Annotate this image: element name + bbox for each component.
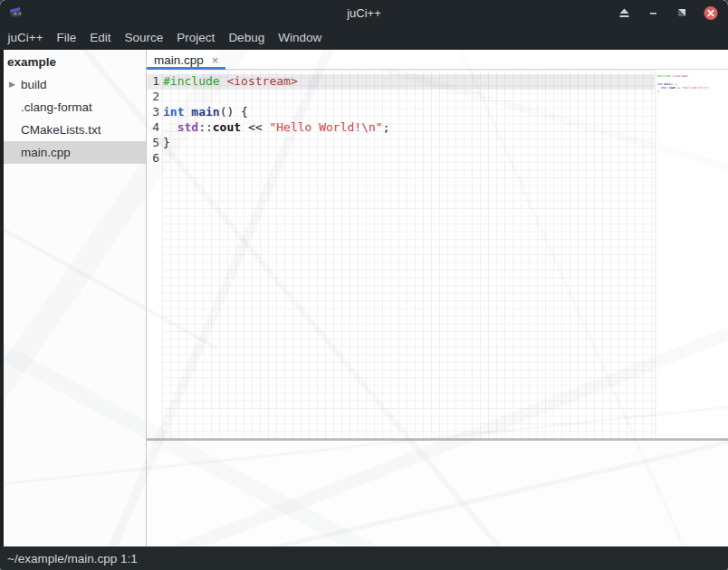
code-line: std::cout << "Hello World!\n"; [163, 120, 389, 136]
file-tree-panel: example ▶build.clang-formatCMakeLists.tx… [4, 50, 146, 546]
menu-item-source[interactable]: Source [118, 25, 170, 50]
svg-text:++: ++ [13, 10, 23, 17]
code-text[interactable]: #include <iostream> int main() { std::co… [163, 74, 389, 166]
menu-item-edit[interactable]: Edit [83, 25, 118, 50]
status-bar: ~/example/main.cpp 1:1 [0, 546, 728, 570]
tree-item-label: main.cpp [21, 146, 71, 159]
tab-label: main.cpp [154, 53, 204, 67]
tab-bar: main.cpp × [147, 50, 728, 70]
minimap-code: #include <iostream> int main() { std::co… [657, 74, 724, 98]
restore-icon [676, 7, 687, 18]
tree-item-label: build [21, 78, 47, 91]
tree-item--clang-format[interactable]: .clang-format [4, 96, 146, 119]
restore-button[interactable] [675, 5, 689, 20]
tab-close-icon[interactable]: × [212, 54, 219, 66]
code-line: #include <iostream> [163, 74, 389, 90]
minimize-icon [647, 7, 659, 19]
file-tree: ▶build.clang-formatCMakeLists.txtmain.cp… [4, 73, 146, 164]
juci-window: ++ juCi++ [0, 0, 728, 570]
line-number-gutter: 1 2 3 4 5 6 [147, 74, 159, 166]
status-path-and-position: ~/example/main.cpp 1:1 [7, 552, 138, 565]
menu-item-juci[interactable]: juCi++ [1, 25, 50, 50]
main-pane: main.cpp × 1 2 3 4 5 6 #include <iostrea… [147, 50, 728, 546]
code-line: } [163, 136, 389, 151]
code-line [163, 151, 389, 166]
tree-item-label: .clang-format [21, 100, 92, 114]
close-icon [704, 5, 718, 21]
minimize-button[interactable] [646, 5, 660, 20]
tree-item-build[interactable]: ▶build [4, 73, 146, 96]
project-root-label: example [4, 50, 146, 73]
window-controls [617, 0, 718, 25]
close-button[interactable] [704, 5, 718, 20]
code-line [657, 93, 724, 97]
tree-item-main-cpp[interactable]: main.cpp [4, 141, 146, 164]
menu-item-window[interactable]: Window [272, 25, 329, 50]
menu-item-project[interactable]: Project [170, 25, 222, 50]
expander-arrow-icon[interactable]: ▶ [9, 81, 21, 89]
menu-item-file[interactable]: File [50, 25, 83, 50]
menu-item-debug[interactable]: Debug [222, 25, 272, 50]
title-bar: ++ juCi++ [0, 0, 728, 25]
app-logo-icon: ++ [7, 5, 24, 21]
eject-icon [618, 7, 630, 19]
menu-bar: juCi++FileEditSourceProjectDebugWindow [0, 25, 728, 50]
keep-above-button[interactable] [617, 5, 631, 20]
code-line: int main() { [163, 105, 389, 120]
output-panel[interactable] [147, 441, 728, 546]
code-editor[interactable]: 1 2 3 4 5 6 #include <iostream> int main… [147, 70, 728, 438]
code-line [163, 90, 389, 105]
tree-item-cmakelists-txt[interactable]: CMakeLists.txt [4, 119, 146, 141]
tree-item-label: CMakeLists.txt [21, 123, 101, 137]
source-minimap[interactable]: #include <iostream> int main() { std::co… [655, 70, 724, 438]
